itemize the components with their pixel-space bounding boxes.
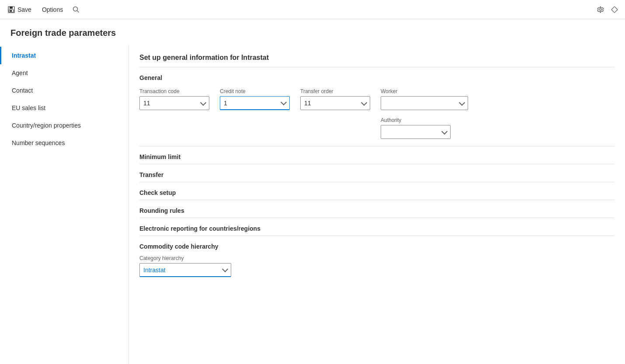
save-button[interactable]: Save — [3, 3, 36, 16]
svg-line-5 — [77, 10, 79, 12]
sidebar-item-agent[interactable]: Agent — [0, 64, 128, 82]
svg-point-4 — [73, 7, 78, 11]
category-hierarchy-label: Category hierarchy — [139, 255, 231, 261]
general-form-row: Transaction code 11 Credit note 1 — [139, 85, 615, 114]
transfer-title[interactable]: Transfer — [139, 171, 615, 178]
sidebar-item-agent-label: Agent — [12, 69, 28, 76]
transaction-code-chevron — [200, 99, 206, 105]
electronic-reporting-title[interactable]: Electronic reporting for countries/regio… — [139, 225, 615, 232]
page-body: Intrastat Agent Contact EU sales list Co… — [0, 45, 625, 364]
main-content: Set up general information for Intrastat… — [129, 45, 625, 364]
category-hierarchy-select[interactable]: Intrastat — [139, 263, 231, 277]
worker-select[interactable] — [381, 96, 468, 110]
general-section-title: General — [139, 74, 615, 85]
transaction-code-label: Transaction code — [139, 88, 209, 94]
toolbar-right — [594, 3, 622, 17]
transaction-code-select[interactable]: 11 — [139, 96, 209, 110]
sidebar: Intrastat Agent Contact EU sales list Co… — [0, 45, 129, 364]
search-button[interactable] — [71, 4, 81, 15]
sidebar-item-country-region-properties-label: Country/region properties — [12, 122, 81, 129]
authority-field: Authority — [381, 117, 451, 139]
transfer-order-select[interactable]: 11 — [300, 96, 370, 110]
sidebar-item-contact-label: Contact — [12, 87, 33, 94]
transfer-order-field: Transfer order 11 — [300, 88, 370, 110]
general-section: General Transaction code 11 Credit note — [139, 67, 615, 146]
svg-rect-1 — [10, 7, 13, 9]
commodity-form-row: Category hierarchy Intrastat — [139, 250, 615, 281]
sidebar-item-intrastat-label: Intrastat — [12, 52, 36, 59]
toolbar: Save Options — [0, 0, 625, 19]
svg-rect-6 — [611, 6, 618, 12]
commodity-code-hierarchy-title[interactable]: Commodity code hierarchy — [139, 243, 615, 250]
options-button[interactable]: Options — [38, 3, 67, 16]
save-label: Save — [17, 6, 31, 13]
category-hierarchy-value: Intrastat — [143, 267, 166, 274]
page-container: Foreign trade parameters Intrastat Agent… — [0, 19, 625, 364]
rounding-rules-section: Rounding rules — [139, 200, 615, 218]
options-label: Options — [42, 6, 63, 13]
page-title: Foreign trade parameters — [0, 19, 625, 45]
authority-chevron — [441, 128, 448, 134]
transaction-code-value: 11 — [143, 100, 150, 107]
category-hierarchy-chevron — [222, 266, 228, 272]
sidebar-item-intrastat[interactable]: Intrastat — [0, 47, 128, 64]
transaction-code-field: Transaction code 11 — [139, 88, 209, 110]
credit-note-field: Credit note 1 — [220, 88, 290, 110]
transfer-section: Transfer — [139, 164, 615, 182]
commodity-code-hierarchy-section: Commodity code hierarchy Category hierar… — [139, 236, 615, 284]
credit-note-value: 1 — [224, 100, 227, 107]
authority-select[interactable] — [381, 125, 451, 139]
svg-rect-3 — [10, 10, 12, 12]
category-hierarchy-field: Category hierarchy Intrastat — [139, 255, 231, 277]
worker-label: Worker — [381, 88, 468, 94]
minimum-limit-section: Minimum limit — [139, 146, 615, 164]
check-setup-section: Check setup — [139, 182, 615, 200]
electronic-reporting-section: Electronic reporting for countries/regio… — [139, 218, 615, 236]
diamond-icon[interactable] — [608, 3, 622, 17]
check-setup-title[interactable]: Check setup — [139, 189, 615, 196]
authority-form-row: Authority — [139, 114, 615, 142]
sidebar-item-country-region-properties[interactable]: Country/region properties — [0, 117, 128, 134]
credit-note-label: Credit note — [220, 88, 290, 94]
settings-icon[interactable] — [594, 3, 608, 17]
sidebar-item-eu-sales-list-label: EU sales list — [12, 104, 45, 111]
transfer-order-chevron — [361, 99, 367, 105]
sidebar-item-number-sequences[interactable]: Number sequences — [0, 134, 128, 152]
worker-chevron — [459, 99, 465, 105]
worker-field: Worker — [381, 88, 468, 110]
minimum-limit-title[interactable]: Minimum limit — [139, 153, 615, 160]
credit-note-select[interactable]: 1 — [220, 96, 290, 110]
sidebar-item-contact[interactable]: Contact — [0, 82, 128, 99]
transfer-order-label: Transfer order — [300, 88, 370, 94]
authority-label: Authority — [381, 117, 451, 123]
sidebar-item-eu-sales-list[interactable]: EU sales list — [0, 99, 128, 117]
credit-note-chevron — [281, 99, 287, 105]
rounding-rules-title[interactable]: Rounding rules — [139, 207, 615, 214]
sidebar-item-number-sequences-label: Number sequences — [12, 139, 65, 146]
section-subtitle: Set up general information for Intrastat — [139, 45, 615, 67]
save-icon — [8, 6, 15, 13]
transfer-order-value: 11 — [304, 100, 311, 107]
